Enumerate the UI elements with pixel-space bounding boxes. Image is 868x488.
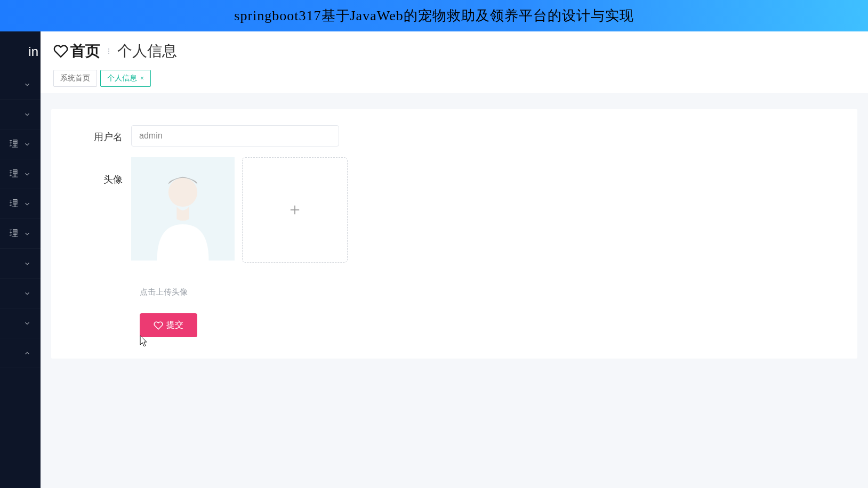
sidebar-item-5[interactable]: 理 xyxy=(0,219,41,249)
upload-hint: 点击上传头像 xyxy=(140,287,831,297)
sidebar-menu: 理理理理 xyxy=(0,70,41,488)
sidebar-item-9[interactable] xyxy=(0,338,41,368)
sidebar-item-label: 理 xyxy=(10,168,18,180)
sidebar: in 理理理理 xyxy=(0,31,41,488)
sidebar-item-0[interactable] xyxy=(0,70,41,100)
avatar-placeholder-icon xyxy=(131,157,235,261)
chevron-down-icon xyxy=(23,141,31,148)
avatar-label: 头像 xyxy=(78,157,131,186)
sidebar-brand: in xyxy=(0,31,41,70)
submit-button-label: 提交 xyxy=(166,320,183,331)
plus-icon xyxy=(287,202,302,217)
svg-point-1 xyxy=(168,178,197,207)
submit-button[interactable]: 提交 xyxy=(140,313,197,337)
chevron-down-icon xyxy=(23,260,31,267)
heart-icon xyxy=(154,321,163,330)
heart-icon xyxy=(53,44,68,59)
chevron-down-icon xyxy=(23,200,31,208)
chevron-up-icon xyxy=(23,349,31,357)
sidebar-item-3[interactable]: 理 xyxy=(0,159,41,189)
main-header: 首页 ⫶ 个人信息 系统首页个人信息× xyxy=(41,31,868,93)
tab-1[interactable]: 个人信息× xyxy=(100,70,151,87)
sidebar-item-7[interactable] xyxy=(0,279,41,308)
sidebar-item-2[interactable]: 理 xyxy=(0,129,41,159)
sidebar-item-4[interactable]: 理 xyxy=(0,189,41,219)
chevron-down-icon xyxy=(23,111,31,118)
main-content: 首页 ⫶ 个人信息 系统首页个人信息× 用户名 头像 xyxy=(41,31,868,488)
chevron-down-icon xyxy=(23,230,31,238)
breadcrumb-current: 个人信息 xyxy=(117,41,177,61)
username-label: 用户名 xyxy=(78,125,131,143)
sidebar-item-1[interactable] xyxy=(0,100,41,129)
chevron-down-icon xyxy=(23,290,31,297)
tab-0[interactable]: 系统首页 xyxy=(53,70,97,87)
sidebar-brand-text: in xyxy=(28,44,38,59)
tabs: 系统首页个人信息× xyxy=(53,70,855,87)
app-banner: springboot317基于JavaWeb的宠物救助及领养平台的设计与实现 xyxy=(0,0,868,31)
chevron-down-icon xyxy=(23,320,31,327)
chevron-down-icon xyxy=(23,81,31,88)
form-row-avatar: 头像 xyxy=(78,157,831,263)
close-icon[interactable]: × xyxy=(140,75,144,82)
form-card: 用户名 头像 xyxy=(51,109,857,359)
username-input[interactable] xyxy=(131,125,339,147)
sidebar-item-6[interactable] xyxy=(0,249,41,279)
breadcrumb: 首页 ⫶ 个人信息 xyxy=(53,41,855,61)
sidebar-item-label: 理 xyxy=(10,198,18,209)
sidebar-item-8[interactable] xyxy=(0,308,41,338)
chevron-down-icon xyxy=(23,170,31,178)
content-area: 用户名 头像 xyxy=(41,93,868,488)
breadcrumb-separator: ⫶ xyxy=(107,46,111,56)
breadcrumb-home[interactable]: 首页 xyxy=(53,41,100,61)
breadcrumb-home-text: 首页 xyxy=(70,41,100,61)
tab-label: 个人信息 xyxy=(107,74,137,83)
sidebar-item-label: 理 xyxy=(10,139,18,150)
banner-title: springboot317基于JavaWeb的宠物救助及领养平台的设计与实现 xyxy=(234,6,633,25)
form-row-username: 用户名 xyxy=(78,125,831,147)
avatar-upload-box[interactable] xyxy=(242,157,348,263)
sidebar-item-label: 理 xyxy=(10,228,18,239)
avatar-preview[interactable] xyxy=(131,157,235,261)
tab-label: 系统首页 xyxy=(60,74,90,83)
